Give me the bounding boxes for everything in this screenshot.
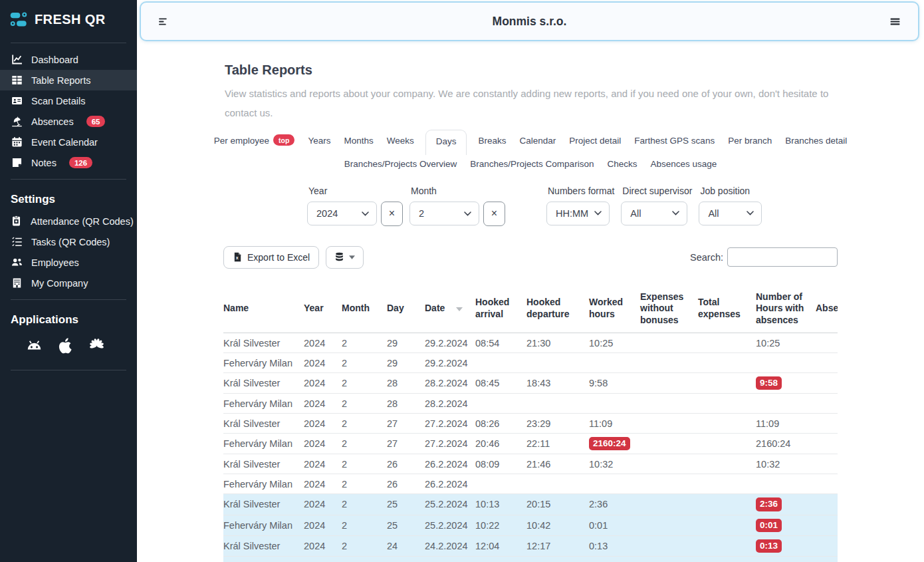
table-cell: 20:15 (526, 494, 589, 515)
sidebar-item-tasks-qr-codes[interactable]: Tasks (QR Codes) (0, 231, 137, 252)
tab-absences-usage[interactable]: Absences usage (648, 154, 719, 174)
column-header-year[interactable]: Year (304, 285, 342, 333)
divider (11, 299, 126, 300)
menu-icon[interactable] (889, 16, 901, 27)
huawei-icon[interactable] (88, 337, 106, 357)
table-cell: 28 (387, 373, 425, 394)
select-value: All (630, 208, 641, 219)
tab-months[interactable]: Months (342, 130, 375, 151)
chevron-down-icon (747, 211, 754, 215)
stream-icon[interactable] (158, 16, 170, 27)
column-header-name[interactable]: Name (223, 285, 304, 333)
filter-select-month[interactable]: 2 (409, 202, 479, 225)
alert-badge: 2:36 (756, 497, 782, 511)
table-cell: 25.2.2024 (425, 515, 475, 535)
table-cell (475, 353, 526, 373)
chevron-down-icon (594, 211, 602, 215)
tab-years[interactable]: Years (306, 130, 332, 151)
table-row (223, 556, 838, 562)
tab-per-employee[interactable]: Per employeetop (212, 130, 297, 151)
table-cell: 28 (387, 394, 425, 414)
table-cell: 27 (387, 414, 425, 434)
table-cell (526, 394, 589, 414)
column-header-day[interactable]: Day (387, 285, 425, 333)
filter-select-numbers-format[interactable]: HH:MM (546, 202, 610, 225)
column-header-date[interactable]: Date (425, 285, 475, 333)
sidebar-item-notes[interactable]: Notes 126 (0, 152, 137, 173)
table-cell: 22:11 (526, 434, 589, 454)
tab-breaks[interactable]: Breaks (476, 130, 508, 151)
filter-select-direct-supervisor[interactable]: All (621, 202, 687, 225)
filter-select-year[interactable]: 2024 (307, 202, 377, 225)
sidebar-item-table-reports[interactable]: Table Reports (0, 70, 137, 90)
tab-calendar[interactable]: Calendar (518, 130, 558, 151)
table-cell (640, 556, 698, 562)
excel-file-icon: x (233, 252, 243, 262)
table-cell: 27 (387, 434, 425, 454)
select-value: 2024 (316, 208, 338, 219)
table-cell: 26.2.2024 (425, 474, 475, 494)
chevron-down-icon (362, 211, 369, 216)
count-badge: 65 (86, 116, 106, 127)
tab-branches-projects-comparison[interactable]: Branches/Projects Comparison (468, 154, 596, 174)
search-input[interactable] (727, 247, 838, 267)
table-cell: 18:43 (526, 373, 589, 394)
sidebar-item-employees[interactable]: Employees (0, 252, 137, 273)
tab-project-detail[interactable]: Project detail (567, 130, 623, 151)
search-label: Search: (690, 252, 723, 263)
sidebar-item-label: Notes (31, 158, 57, 168)
column-header-number-of-hours-with-absences[interactable]: Number of Hours with absences (756, 285, 816, 333)
column-header-absences[interactable]: Absences (816, 285, 838, 333)
tab-per-branch[interactable]: Per branch (726, 130, 774, 151)
table-cell: 10:22 (475, 515, 526, 535)
tabs-row1: Per employeetopYearsMonthsWeeksDaysBreak… (223, 130, 838, 152)
sidebar-item-dashboard[interactable]: Dashboard (0, 49, 137, 70)
column-header-expenses-without-bonuses[interactable]: Expenses without bonuses (640, 285, 698, 333)
column-header-total-expenses[interactable]: Total expenses (698, 285, 756, 333)
table-cell: 28.2.2024 (425, 394, 475, 414)
column-header-hooked-departure[interactable]: Hooked departure (526, 285, 589, 333)
column-header-month[interactable]: Month (342, 285, 387, 333)
table-cell (816, 515, 838, 535)
column-header-worked-hours[interactable]: Worked hours (589, 285, 640, 333)
table-cell: 20:46 (475, 434, 526, 454)
table-cell: 2 (342, 394, 387, 414)
table-cell (526, 556, 589, 562)
column-header-hooked-arrival[interactable]: Hooked arrival (475, 285, 526, 333)
tab-branches-detail[interactable]: Branches detail (783, 130, 849, 151)
table-cell: Feherváry Milan (223, 434, 304, 454)
sidebar-item-attendance-qr-codes[interactable]: Attendance (QR Codes) (0, 211, 137, 231)
filter-select-job-position[interactable]: All (699, 202, 762, 225)
clear-filter-button[interactable]: × (381, 202, 403, 226)
sidebar-nav-main: Dashboard Table Reports Scan Details Abs… (0, 49, 137, 173)
select-value: HH:MM (556, 208, 588, 219)
table-row: Král Silvester202422727.2.202408:2623:29… (223, 414, 838, 434)
apple-icon[interactable] (57, 337, 74, 357)
clear-filter-button[interactable]: × (483, 202, 505, 226)
table-cell: 2024 (304, 353, 342, 373)
table-cell (475, 394, 526, 414)
sidebar: FRESH QR Dashboard Table Reports Scan De… (0, 0, 137, 562)
sidebar-item-event-calendar[interactable]: Event Calendar (0, 132, 137, 152)
table-cell: Feherváry Milan (223, 515, 304, 535)
table-cell (640, 414, 698, 434)
tab-days[interactable]: Days (425, 130, 467, 155)
export-to-excel-button[interactable]: x Export to Excel (223, 246, 319, 269)
table-row: Král Silvester202422929.2.202408:5421:30… (223, 333, 838, 353)
tab-farthest-gps-scans[interactable]: Farthest GPS scans (632, 130, 717, 151)
sidebar-item-absences[interactable]: Absences 65 (0, 111, 137, 132)
tab-weeks[interactable]: Weeks (385, 130, 416, 151)
sidebar-item-my-company[interactable]: My Company (0, 273, 137, 293)
sidebar-item-label: Table Reports (31, 75, 90, 86)
table-cell: 08:09 (475, 454, 526, 474)
table-row: Feherváry Milan202422929.2.2024 (223, 353, 838, 373)
company-title: Monmis s.r.o. (493, 15, 567, 29)
sidebar-item-scan-details[interactable]: Scan Details (0, 90, 137, 111)
android-icon[interactable] (25, 337, 43, 357)
table-cell: 2024 (304, 373, 342, 394)
tab-branches-projects-overview[interactable]: Branches/Projects Overview (342, 154, 459, 174)
table-cell (698, 535, 756, 556)
tab-checks[interactable]: Checks (605, 154, 639, 174)
column-visibility-button[interactable] (326, 246, 364, 269)
table-cell (640, 394, 698, 414)
